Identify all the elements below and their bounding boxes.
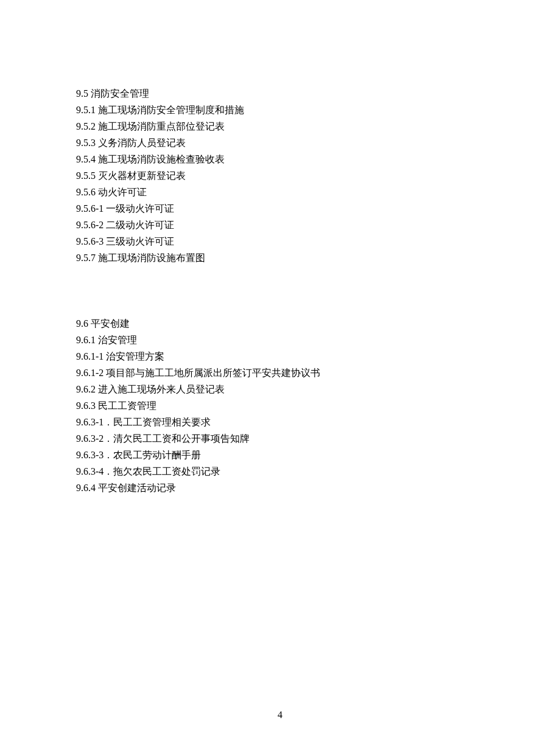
toc-line: 9.5.5 灭火器材更新登记表 (76, 167, 490, 184)
toc-line: 9.5.4 施工现场消防设施检查验收表 (76, 151, 490, 167)
toc-line: 9.5.1 施工现场消防安全管理制度和措施 (76, 102, 490, 118)
toc-line: 9.6 平安创建 (76, 315, 490, 332)
toc-line: 9.5.6 动火许可证 (76, 184, 490, 200)
toc-line: 9.5.6-2 二级动火许可证 (76, 217, 490, 233)
toc-line: 9.6.3-3．农民工劳动计酬手册 (76, 447, 490, 463)
toc-line: 9.5 消防安全管理 (76, 85, 490, 102)
toc-line: 9.6.3 民工工资管理 (76, 397, 490, 414)
toc-line: 9.5.7 施工现场消防设施布置图 (76, 250, 490, 266)
toc-line: 9.5.2 施工现场消防重点部位登记表 (76, 118, 490, 134)
toc-line: 9.6.3-4．拖欠农民工工资处罚记录 (76, 463, 490, 480)
toc-line: 9.6.1 治安管理 (76, 332, 490, 348)
document-content: 9.5 消防安全管理 9.5.1 施工现场消防安全管理制度和措施 9.5.2 施… (76, 85, 490, 496)
section-9-5: 9.5 消防安全管理 9.5.1 施工现场消防安全管理制度和措施 9.5.2 施… (76, 85, 490, 266)
page-number: 4 (0, 710, 560, 721)
toc-line: 9.6.3-2．清欠民工工资和公开事项告知牌 (76, 430, 490, 447)
toc-line: 9.5.3 义务消防人员登记表 (76, 134, 490, 151)
toc-line: 9.5.6-1 一级动火许可证 (76, 200, 490, 217)
toc-line: 9.6.1-1 治安管理方案 (76, 348, 490, 365)
toc-line: 9.6.3-1．民工工资管理相关要求 (76, 414, 490, 430)
toc-line: 9.6.1-2 项目部与施工工地所属派出所签订平安共建协议书 (76, 365, 490, 381)
toc-line: 9.5.6-3 三级动火许可证 (76, 233, 490, 250)
section-gap (76, 266, 490, 315)
section-9-6: 9.6 平安创建 9.6.1 治安管理 9.6.1-1 治安管理方案 9.6.1… (76, 315, 490, 496)
toc-line: 9.6.4 平安创建活动记录 (76, 480, 490, 496)
toc-line: 9.6.2 进入施工现场外来人员登记表 (76, 381, 490, 397)
